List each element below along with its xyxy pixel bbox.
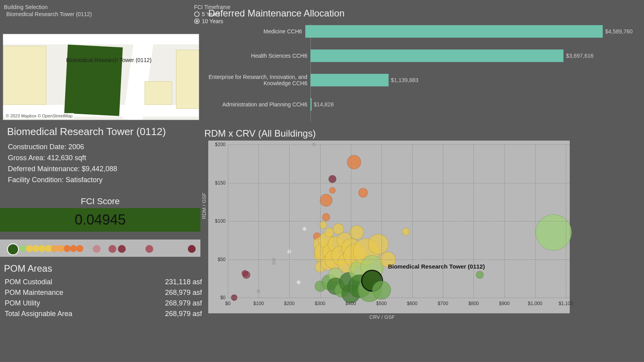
pom-row-label: Total Assignable Area <box>5 310 72 318</box>
scatter-title: RDM x CRV (All Buildings) <box>204 128 316 139</box>
pom-row-label: POM Maintenance <box>5 289 63 297</box>
scatter-callout-label: Biomedical Research Tower (0112) <box>388 263 485 270</box>
dm-allocation-category: Medicine CCH6 <box>208 28 305 35</box>
radio-icon <box>194 18 200 24</box>
grid-line <box>228 221 570 221</box>
x-tick-label: $500 <box>376 301 387 306</box>
dm-allocation-bar <box>305 25 603 38</box>
x-tick-label: $800 <box>468 301 479 306</box>
scatter-point[interactable] <box>402 228 410 236</box>
dm-allocation-bar <box>310 74 389 86</box>
building-selection-label: Building Selection <box>4 4 92 10</box>
pom-row-value: 268,979 asf <box>165 299 202 307</box>
pom-row-label: POM Custodial <box>5 278 52 286</box>
x-tick-label: $100 <box>253 301 264 306</box>
dm-allocation-value: $3,697,616 <box>563 53 593 59</box>
pom-row-value: 268,979 asf <box>165 289 202 297</box>
scatter-point[interactable] <box>329 187 336 194</box>
scatter-point[interactable] <box>328 175 336 183</box>
scatter-point[interactable] <box>302 227 307 231</box>
facility-condition-label: Facility Condition: <box>8 176 66 184</box>
scatter-point[interactable] <box>368 234 389 254</box>
dm-allocation-bar <box>310 49 563 62</box>
scatter-point[interactable] <box>347 155 361 169</box>
grid-line <box>228 144 570 145</box>
deferred-maintenance-label: Deferred Maintenance: <box>8 165 82 173</box>
y-tick-label: $150 <box>210 180 226 186</box>
x-tick-label: $600 <box>407 301 418 306</box>
x-tick-label: $1,100 <box>559 301 573 306</box>
gross-area-label: Gross Area: <box>8 154 47 162</box>
construction-value: 2006 <box>68 143 84 151</box>
construction-label: Construction Date: <box>8 143 68 151</box>
dm-allocation-chart[interactable]: Medicine CCH6$4,589,760Health Sciences C… <box>208 24 633 122</box>
y-tick-label: $0 <box>210 295 226 300</box>
deferred-maintenance-value: $9,442,088 <box>82 165 117 173</box>
dm-allocation-value: $4,589,760 <box>603 28 633 35</box>
scatter-point[interactable] <box>350 225 364 240</box>
building-map[interactable]: Biomedical Research Tower (0112) © 2023 … <box>3 34 199 120</box>
grid-line <box>228 183 570 183</box>
scatter-point[interactable] <box>320 194 332 207</box>
fci-distribution-strip[interactable] <box>0 240 200 257</box>
pom-row-label: POM Utility <box>5 299 40 307</box>
scatter-point[interactable] <box>358 188 368 197</box>
scatter-point[interactable] <box>476 271 484 279</box>
map-credit: © 2023 Mapbox © OpenStreetMap <box>5 113 74 119</box>
dm-allocation-row[interactable]: Medicine CCH6$4,589,760 <box>208 24 633 39</box>
pom-row-value: 231,118 asf <box>165 278 202 286</box>
dm-allocation-category: Administration and Planning CCH6 <box>208 101 310 108</box>
dm-allocation-title: Deferred Maintenance Allocation <box>208 8 345 19</box>
scatter-point[interactable] <box>272 261 275 265</box>
y-tick-label: $200 <box>210 142 226 147</box>
dm-allocation-row[interactable]: Health Sciences CCH6$3,697,616 <box>208 48 633 64</box>
grid-line <box>228 260 570 260</box>
building-selection-value: Biomedical Research Tower (0112) <box>4 11 92 17</box>
building-selection[interactable]: Building Selection Biomedical Research T… <box>4 4 92 24</box>
x-tick-label: $200 <box>284 301 295 306</box>
building-facts: Construction Date: 2006 Gross Area: 412,… <box>8 141 117 185</box>
y-tick-label: $50 <box>210 257 226 262</box>
scatter-y-label: RDM / GSF <box>201 193 207 219</box>
x-tick-label: $400 <box>345 301 356 306</box>
map-building-label: Biomedical Research Tower (0112) <box>66 57 152 63</box>
x-tick-label: $1,000 <box>528 301 542 306</box>
dm-allocation-row[interactable]: Enterprise for Research, Innovation, and… <box>208 72 633 88</box>
pom-row-value: 268,979 asf <box>165 310 202 318</box>
scatter-x-label: CRV / GSF <box>369 314 395 320</box>
radio-icon <box>194 11 200 17</box>
x-tick-label: $0 <box>225 301 230 306</box>
pom-areas-title: POM Areas <box>4 263 52 274</box>
scatter-point[interactable] <box>242 270 248 276</box>
gross-area-value: 412,630 sqft <box>47 154 86 162</box>
facility-condition-value: Satisfactory <box>66 176 103 184</box>
dm-allocation-category: Enterprise for Research, Innovation, and… <box>208 74 310 86</box>
grid-line <box>228 298 570 298</box>
x-tick-label: $900 <box>499 301 510 306</box>
fci-score-bar: 0.04945 <box>0 208 200 232</box>
x-tick-label: $700 <box>438 301 448 306</box>
dm-allocation-value: $1,139,883 <box>389 77 418 83</box>
scatter-point[interactable] <box>296 280 301 285</box>
dm-allocation-row[interactable]: Administration and Planning CCH6$14,828 <box>208 97 633 112</box>
scatter-point[interactable] <box>322 213 330 221</box>
dm-allocation-value: $14,828 <box>312 101 334 108</box>
dm-allocation-category: Health Sciences CCH6 <box>208 53 310 59</box>
building-title: Biomedical Research Tower (0112) <box>7 126 166 138</box>
rdm-crv-scatter[interactable]: Biomedical Research Tower (0112) <box>208 141 570 313</box>
x-tick-label: $300 <box>315 301 325 306</box>
fci-score-value: 0.04945 <box>75 212 126 228</box>
fci-score-title: FCI Score <box>0 196 200 207</box>
highlighted-building[interactable] <box>64 44 123 116</box>
y-tick-label: $100 <box>210 218 226 224</box>
